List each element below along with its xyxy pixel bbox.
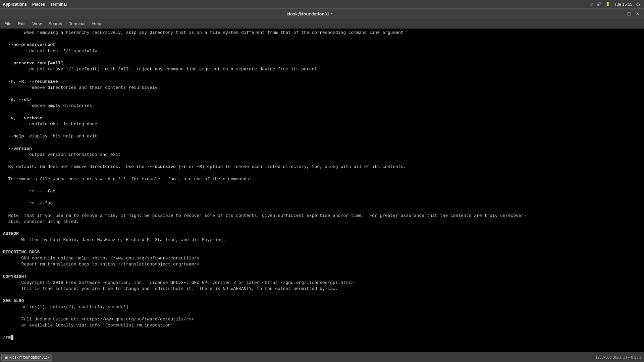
terminal-content[interactable]: when removing a hierarchy recursively, s… <box>0 28 644 354</box>
menu-view[interactable]: View <box>30 20 44 27</box>
maximize-button[interactable]: □ <box>626 11 632 17</box>
terminal-menu-top[interactable]: Terminal <box>50 2 67 7</box>
minimize-button[interactable]: − <box>617 11 624 17</box>
network-icon: ⊞ <box>590 2 593 6</box>
power-icon[interactable]: ⏻ <box>636 2 640 6</box>
menu-terminal[interactable]: Terminal <box>66 20 88 27</box>
system-bar: Applications Places Terminal ⊞ 🔊 🔋 Tue 1… <box>0 0 644 9</box>
close-button[interactable]: × <box>634 11 641 17</box>
terminal-title: kiosk@foundation31:~ <box>3 11 617 16</box>
applications-menu[interactable]: Applications <box>3 2 27 7</box>
battery-icon: 🔋 <box>605 2 610 6</box>
terminal-icon: ▣ <box>4 355 8 360</box>
menu-help[interactable]: Help <box>90 20 104 27</box>
menu-search[interactable]: Search <box>46 20 65 27</box>
terminal-window: kiosk@foundation31:~ − □ × File Edit Vie… <box>0 9 644 362</box>
taskbar-right-info: 1280x800 Block UTF-8 1 / 1 <box>595 355 641 359</box>
menu-bar: File Edit View Search Terminal Help <box>0 19 644 28</box>
system-time: Tue 15:55 <box>614 2 632 7</box>
places-menu[interactable]: Places <box>32 2 45 7</box>
terminal-titlebar: kiosk@foundation31:~ − □ × <box>0 9 644 19</box>
menu-edit[interactable]: Edit <box>15 20 28 27</box>
volume-icon: 🔊 <box>597 2 601 6</box>
taskbar: ▣ kiosk@foundation31:~ 1280x800 Block UT… <box>0 352 644 362</box>
taskbar-terminal[interactable]: ▣ kiosk@foundation31:~ <box>1 354 52 361</box>
taskbar-terminal-label: kiosk@foundation31:~ <box>9 355 49 360</box>
menu-file[interactable]: File <box>2 20 14 27</box>
